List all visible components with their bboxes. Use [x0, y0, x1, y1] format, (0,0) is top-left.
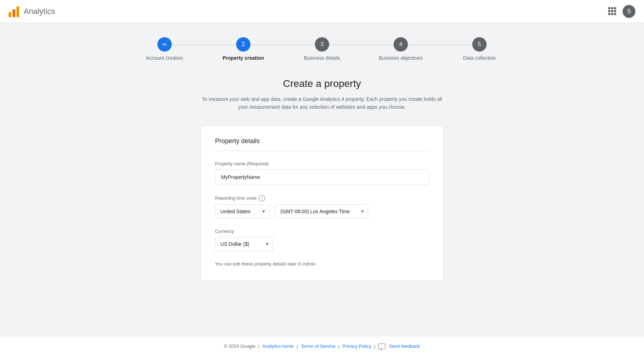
- step-label-3: Business details: [304, 55, 340, 61]
- country-select[interactable]: United States United Kingdom Canada Aust…: [215, 204, 269, 219]
- terms-of-service-link[interactable]: Terms of Service: [301, 343, 336, 349]
- step-label-4: Business objectives: [379, 55, 423, 61]
- currency-select-wrapper: US Dollar ($) Euro (€) British Pound (£)…: [215, 237, 273, 251]
- step-business-objectives: 4 Business objectives: [361, 37, 440, 61]
- header-right: S: [608, 5, 635, 18]
- currency-label: Currency: [215, 229, 429, 234]
- timezone-help-icon[interactable]: i: [259, 195, 265, 201]
- header: Analytics S: [0, 0, 644, 23]
- app-title: Analytics: [24, 7, 55, 16]
- logo-bar-2: [13, 9, 15, 17]
- analytics-home-link[interactable]: Analytics home: [262, 343, 294, 349]
- page-description: To measure your web and app data, create…: [197, 95, 447, 111]
- timezone-label: Reporting time zone i: [215, 195, 429, 201]
- step-label-2: Property creation: [223, 55, 264, 61]
- property-name-field-group: Property name (Required): [215, 161, 429, 185]
- footer: © 2024 Google | Analytics home | Terms o…: [0, 336, 644, 356]
- step-circle-4: 4: [394, 37, 408, 52]
- footer-copyright: © 2024 Google: [224, 343, 255, 349]
- currency-field-group: Currency US Dollar ($) Euro (€) British …: [215, 229, 429, 251]
- logo-bar-1: [9, 12, 11, 17]
- logo-bar-3: [16, 6, 19, 17]
- step-circle-3: 3: [315, 37, 329, 52]
- step-circle-5: 5: [472, 37, 487, 52]
- page-title: Create a property: [283, 78, 361, 89]
- step-number-3: 3: [321, 41, 324, 48]
- step-label-1: Account creation: [146, 55, 183, 61]
- step-circle-2: 2: [236, 37, 250, 52]
- step-number-5: 5: [478, 41, 481, 48]
- main-content: ✏ Account creation 2 Property creation 3…: [0, 23, 644, 310]
- stepper: ✏ Account creation 2 Property creation 3…: [125, 37, 519, 61]
- step-number-4: 4: [399, 41, 402, 48]
- user-avatar[interactable]: S: [623, 5, 635, 18]
- timezone-select[interactable]: (GMT-08:00) Los Angeles Time (GMT-05:00)…: [275, 204, 368, 219]
- timezone-field-group: Reporting time zone i United States Unit…: [215, 195, 429, 219]
- analytics-logo: [9, 6, 19, 17]
- step-property-creation: 2 Property creation: [204, 37, 283, 61]
- step-data-collection: 5 Data collection: [440, 37, 519, 61]
- property-name-input[interactable]: [215, 169, 429, 185]
- feedback-icon: [378, 343, 385, 349]
- timezone-dropdowns: United States United Kingdom Canada Aust…: [215, 204, 429, 219]
- timezone-select-wrapper: (GMT-08:00) Los Angeles Time (GMT-05:00)…: [275, 204, 368, 219]
- header-left: Analytics: [9, 6, 55, 17]
- card-title: Property details: [215, 137, 429, 151]
- grid-apps-icon[interactable]: [608, 7, 617, 16]
- currency-select[interactable]: US Dollar ($) Euro (€) British Pound (£)…: [215, 237, 273, 251]
- step-number-2: 2: [242, 41, 245, 48]
- country-select-wrapper: United States United Kingdom Canada Aust…: [215, 204, 269, 219]
- property-details-card: Property details Property name (Required…: [200, 126, 444, 281]
- step-label-5: Data collection: [463, 55, 496, 61]
- step-account-creation: ✏ Account creation: [125, 37, 204, 61]
- property-name-label: Property name (Required): [215, 161, 429, 166]
- send-feedback-link[interactable]: Send feedback: [389, 343, 420, 349]
- hint-text: You can edit these property details late…: [215, 261, 429, 267]
- privacy-policy-link[interactable]: Privacy Policy: [342, 343, 371, 349]
- step-business-details: 3 Business details: [283, 37, 361, 61]
- pencil-icon: ✏: [162, 41, 167, 48]
- step-circle-1: ✏: [157, 37, 172, 52]
